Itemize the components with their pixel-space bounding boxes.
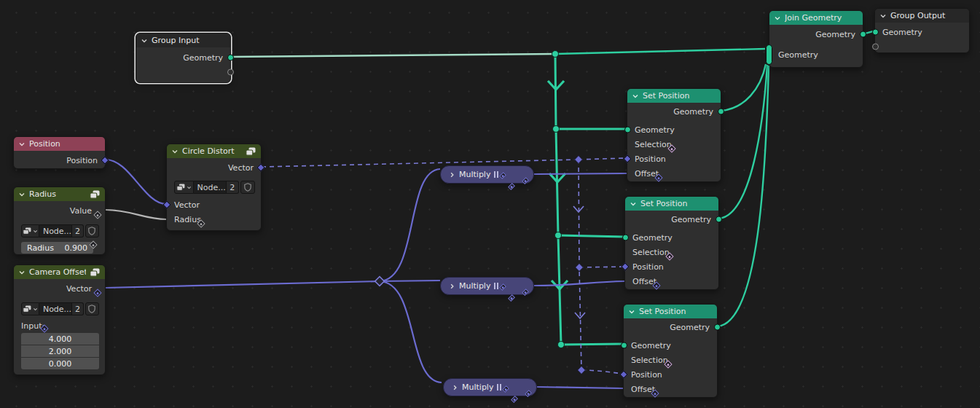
chevron-down-icon[interactable] [18,141,26,148]
node-multiply-2[interactable]: Multiply [440,277,534,295]
socket-row [136,65,230,79]
vector-output-socket[interactable] [525,389,532,396]
socket-label: Geometry [632,233,673,243]
node-header[interactable]: Group Output [875,9,969,23]
chevron-down-icon[interactable] [628,308,635,315]
vector-output-socket[interactable] [522,288,529,295]
chevron-down-icon[interactable] [171,148,179,155]
chevron-down-icon[interactable] [879,12,887,20]
vector-input-socket-a[interactable] [500,171,507,178]
value-field-y[interactable]: 2.000 [21,345,99,357]
chevron-down-icon[interactable] [632,93,639,100]
geometry-input-socket[interactable] [872,29,879,36]
socket-label: Geometry [635,125,675,135]
node-header[interactable]: Position [14,137,105,151]
node-position[interactable]: Position Position [13,136,106,169]
socket-row: Geometry [625,230,718,245]
socket-row: Geometry [624,338,717,353]
wire-to-setposition2-geometry [558,235,624,237]
node-header[interactable]: Camera Offset [14,265,105,279]
node-header[interactable]: Join Geometry [769,11,863,25]
vector-input-socket-a[interactable] [503,385,510,392]
chevron-down-icon[interactable] [18,269,26,276]
node-set-position-1[interactable]: Set Position Geometry Geometry Selection… [627,88,721,182]
socket-row: Offset [627,166,721,181]
node-multiply-3[interactable]: Multiply [443,378,537,396]
reroute-node[interactable] [577,366,585,374]
nodetree-dropdown-button[interactable] [21,224,39,238]
value-field-z[interactable]: 0.000 [21,358,99,369]
node-editor-canvas[interactable]: Group Input Geometry Position Position R… [0,0,980,408]
reroute-node[interactable] [553,126,560,133]
socket-label: Geometry [882,28,922,37]
reroute-node[interactable] [375,277,385,286]
reroute-node[interactable] [574,155,582,163]
socket-row: Geometry [875,25,969,39]
nodetree-dropdown-button[interactable] [21,302,39,315]
socket-row: Geometry [627,104,721,119]
node-radius-group[interactable]: Radius Value Node... 2 Radius 0.900 [13,187,106,255]
node-header[interactable]: Set Position [627,89,721,103]
node-header[interactable]: Set Position [625,197,718,211]
wire-to-setposition3-geometry [561,344,623,345]
node-header[interactable]: Group Input [136,34,230,47]
geometry-input-socket[interactable] [624,127,631,133]
chevron-down-icon[interactable] [774,15,781,22]
datablock-name-field[interactable]: Node... [194,181,227,194]
slider-value: 0.900 [65,243,88,253]
node-header[interactable]: Set Position [624,305,717,318]
node-header[interactable]: Circle Distort [167,144,261,158]
user-count-badge[interactable]: 2 [72,302,84,315]
node-header[interactable]: Radius [14,187,105,201]
nodetree-dropdown-button[interactable] [174,181,194,194]
reroute-node[interactable] [575,263,583,271]
datablock-name-field[interactable]: Node... [39,224,72,238]
node-group-output[interactable]: Group Output Geometry [874,8,970,53]
geometry-input-socket[interactable] [622,235,629,241]
chevron-down-icon[interactable] [141,37,148,44]
vector-output-socket[interactable] [522,176,529,184]
virtual-socket[interactable] [872,44,879,50]
chevron-right-icon[interactable] [449,283,455,290]
node-set-position-3[interactable]: Set Position Geometry Geometry Selection… [623,304,718,398]
node-circle-distort-group[interactable]: Circle Distort Vector Node... 2 Vector R… [166,144,262,231]
geometry-output-socket[interactable] [227,55,234,61]
geometry-input-socket[interactable] [621,342,627,349]
node-join-geometry[interactable]: Join Geometry Geometry Geometry [769,10,863,68]
node-multiply-1[interactable]: Multiply [440,165,534,184]
value-field-x[interactable]: 4.000 [21,333,99,345]
vector-input-socket-a[interactable] [500,283,507,290]
reroute-node[interactable] [555,232,562,239]
radius-slider[interactable]: Radius 0.900 [21,242,93,254]
geometry-output-socket[interactable] [714,324,721,331]
user-count-badge[interactable]: 2 [72,224,84,238]
vector-output-socket[interactable] [93,289,101,297]
geometry-multi-input-socket[interactable] [766,44,772,65]
wire-setposition1-to-join [721,64,766,111]
reroute-node[interactable] [558,342,565,348]
socket-label: Geometry [631,341,671,350]
user-count-badge[interactable]: 2 [227,181,239,194]
geometry-output-socket[interactable] [718,109,724,115]
node-group-input[interactable]: Group Input Geometry [136,33,231,83]
node-title: Join Geometry [785,13,858,23]
chevron-down-icon[interactable] [630,200,637,208]
socket-row: Geometry [769,47,863,62]
chevron-right-icon[interactable] [452,384,458,391]
node-camera-offset-group[interactable]: Camera Offset Vector Node... 2 Input: 4.… [13,264,106,375]
value-output-socket[interactable] [93,211,101,219]
hidden-sockets-icon [494,171,498,178]
geometry-output-socket[interactable] [860,31,866,38]
chevron-down-icon[interactable] [18,191,26,198]
node-set-position-2[interactable]: Set Position Geometry Geometry Selection… [624,196,719,290]
reroute-node[interactable] [552,51,559,58]
datablock-name-field[interactable]: Node... [39,302,72,315]
virtual-socket[interactable] [227,69,234,76]
socket-label: Vector [66,284,92,294]
node-title: Set Position [640,199,713,208]
geometry-output-socket[interactable] [716,216,722,223]
shield-icon[interactable] [85,302,99,315]
shield-icon[interactable] [240,181,255,194]
chevron-right-icon[interactable] [449,171,455,178]
shield-icon[interactable] [85,224,99,238]
